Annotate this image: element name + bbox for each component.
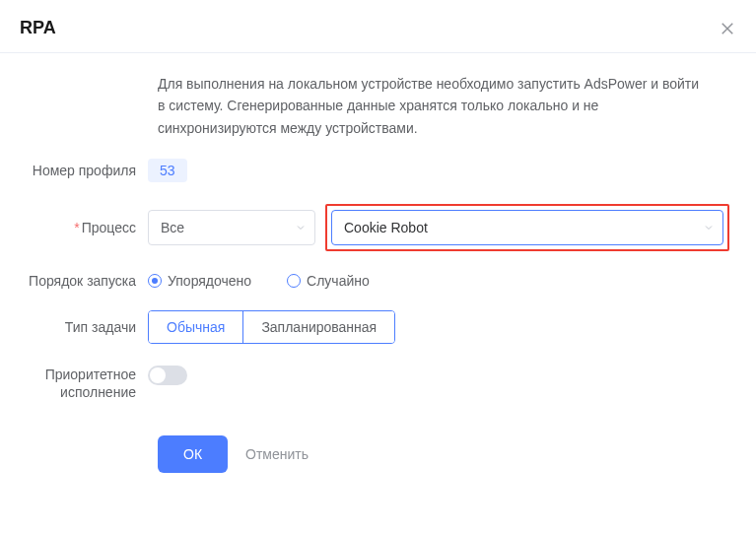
chevron-down-icon: [703, 222, 715, 233]
dialog-footer: ОК Отменить: [158, 435, 736, 473]
priority-switch[interactable]: [148, 366, 187, 385]
label-launch-order: Порядок запуска: [0, 273, 148, 289]
radio-ordered[interactable]: Упорядочено: [148, 273, 251, 289]
ok-button[interactable]: ОК: [158, 435, 228, 473]
radio-random[interactable]: Случайно: [287, 273, 370, 289]
switch-knob: [150, 367, 166, 383]
close-icon[interactable]: [719, 20, 736, 37]
radio-checked-icon: [148, 274, 162, 288]
segment-normal[interactable]: Обычная: [149, 311, 243, 343]
radio-unchecked-icon: [287, 274, 301, 288]
process-select-value: Cookie Robot: [344, 220, 428, 235]
group-select-value: Все: [161, 220, 184, 235]
row-task-type: Тип задачи Обычная Запланированная: [0, 310, 736, 344]
label-priority: Приоритетное исполнение: [0, 366, 148, 401]
row-process: *Процесс Все Cookie Robot: [0, 204, 736, 251]
row-profile-number: Номер профиля 53: [0, 159, 736, 182]
cancel-button[interactable]: Отменить: [245, 446, 309, 462]
profile-number-badge[interactable]: 53: [148, 159, 187, 182]
segment-scheduled[interactable]: Запланированная: [243, 311, 394, 343]
intro-text: Для выполнения на локальном устройстве н…: [158, 73, 710, 139]
label-profile-number: Номер профиля: [0, 163, 148, 178]
dialog-title: RPA: [20, 18, 56, 38]
row-priority: Приоритетное исполнение: [0, 366, 736, 401]
radio-random-label: Случайно: [307, 273, 370, 289]
process-select[interactable]: Cookie Robot: [331, 210, 723, 245]
dialog-body: Для выполнения на локальном устройстве н…: [0, 53, 756, 473]
group-select[interactable]: Все: [148, 210, 315, 245]
row-launch-order: Порядок запуска Упорядочено Случайно: [0, 273, 736, 289]
chevron-down-icon: [295, 222, 307, 233]
task-type-segment: Обычная Запланированная: [148, 310, 395, 344]
dialog-header: RPA: [0, 0, 756, 53]
label-task-type: Тип задачи: [0, 319, 148, 335]
process-select-highlight: Cookie Robot: [325, 204, 729, 251]
label-process: *Процесс: [0, 220, 148, 235]
radio-ordered-label: Упорядочено: [168, 273, 251, 289]
